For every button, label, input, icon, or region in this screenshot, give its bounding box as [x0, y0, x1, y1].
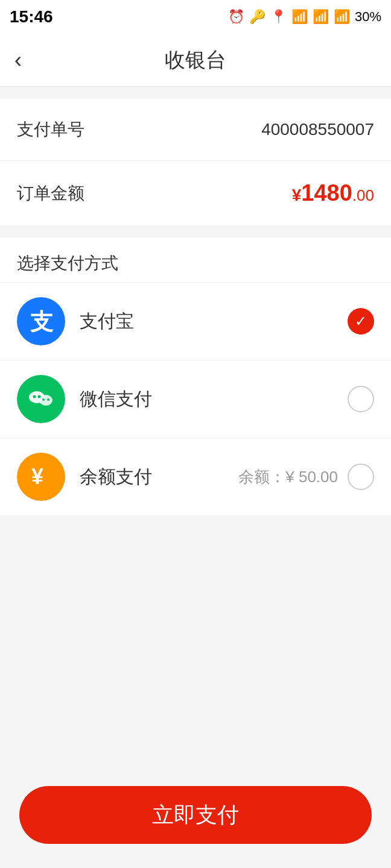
order-amount-value: ¥1480.00 [292, 180, 374, 206]
page-title: 收银台 [165, 46, 226, 74]
back-button[interactable]: ‹ [14, 48, 22, 73]
order-number-label: 支付单号 [17, 118, 84, 141]
balance-label: 余额支付 [80, 465, 238, 489]
location-icon: 📍 [270, 9, 287, 25]
alipay-label: 支付宝 [80, 309, 348, 334]
order-number-value: 400008550007 [261, 120, 374, 139]
svg-point-3 [33, 395, 36, 398]
wifi-icon: 📶 [313, 9, 329, 25]
svg-text:支: 支 [30, 309, 54, 335]
amount-currency-symbol: ¥ [292, 186, 302, 204]
balance-icon-bg: ¥ [17, 453, 65, 501]
status-bar: 15:46 ⏰ 🔑 📍 📶 📶 📶 30% [0, 0, 391, 34]
nav-bar: ‹ 收银台 [0, 34, 391, 87]
payment-section-title: 选择支付方式 [0, 237, 391, 282]
payment-method-alipay[interactable]: 支 支付宝 ✓ [0, 282, 391, 360]
order-amount-row: 订单金额 ¥1480.00 [0, 161, 391, 225]
alipay-icon-bg: 支 [17, 297, 65, 345]
balance-logo-icon: ¥ [25, 461, 57, 492]
balance-radio-unselected [348, 464, 374, 490]
payment-method-wechat[interactable]: 微信支付 [0, 360, 391, 438]
key-icon: 🔑 [249, 9, 265, 25]
order-amount-label: 订单金额 [17, 182, 84, 205]
pay-button-wrapper: 立即支付 [0, 786, 391, 844]
order-info-section: 支付单号 400008550007 订单金额 ¥1480.00 [0, 99, 391, 225]
signal-icon: 📶 [334, 9, 350, 25]
balance-amount: 余额：¥ 50.00 [238, 467, 338, 488]
pay-now-button[interactable]: 立即支付 [19, 786, 372, 844]
svg-point-5 [42, 398, 45, 401]
wechat-logo-icon [25, 383, 57, 415]
alipay-logo-icon: 支 [25, 306, 57, 337]
checkmark-icon: ✓ [355, 313, 367, 330]
alipay-radio-selected: ✓ [348, 308, 374, 335]
battery-indicator: 30% [355, 9, 381, 25]
status-icons: ⏰ 🔑 📍 📶 📶 📶 30% [228, 9, 381, 25]
payment-section: 选择支付方式 支 支付宝 ✓ [0, 237, 391, 515]
svg-point-4 [38, 395, 41, 398]
content-area: 支付单号 400008550007 订单金额 ¥1480.00 选择支付方式 支… [0, 99, 391, 515]
wechat-icon-bg [17, 375, 65, 423]
sim-icon: 📶 [291, 9, 308, 25]
alarm-icon: ⏰ [228, 9, 244, 25]
svg-point-2 [39, 395, 52, 406]
wechat-label: 微信支付 [80, 387, 348, 412]
order-number-row: 支付单号 400008550007 [0, 99, 391, 161]
amount-decimal: .00 [352, 186, 374, 204]
payment-method-balance[interactable]: ¥ 余额支付 余额：¥ 50.00 [0, 438, 391, 515]
amount-main: 1480 [301, 180, 352, 206]
svg-point-6 [47, 398, 49, 401]
status-time: 15:46 [10, 7, 53, 27]
svg-text:¥: ¥ [31, 464, 43, 489]
wechat-radio-unselected [348, 386, 374, 412]
